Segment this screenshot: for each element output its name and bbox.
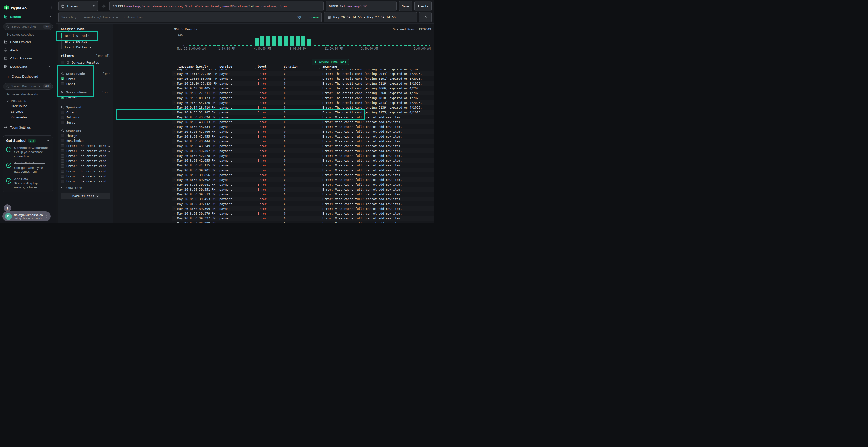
row-expand-chevron-icon[interactable]: 〉	[172, 106, 177, 109]
row-expand-chevron-icon[interactable]: 〉	[172, 197, 177, 201]
chevron-up-icon[interactable]	[49, 15, 52, 18]
event-search-input[interactable]: Search your events w/ Lucene ex. column:…	[58, 12, 322, 23]
checkbox-unchecked[interactable]	[61, 111, 64, 114]
sidebar-item-alerts[interactable]: Alerts	[0, 46, 56, 54]
row-expand-chevron-icon[interactable]: 〉	[172, 120, 177, 124]
checkbox-unchecked[interactable]	[61, 165, 64, 168]
table-row[interactable]: 〉May 26 8:50:42.878 PMpaymentError0Error…	[172, 153, 434, 158]
checkbox-unchecked[interactable]	[61, 160, 64, 163]
table-row[interactable]: 〉May 26 8:50:39.551 PMpaymentError0Error…	[172, 187, 434, 192]
sidebar-item-search[interactable]: Search	[0, 12, 56, 21]
column-header-duration[interactable]: duration	[284, 65, 322, 68]
saved-searches-input[interactable]: Saved Searches ⌘K	[3, 23, 53, 30]
row-expand-chevron-icon[interactable]: 〉	[172, 82, 177, 85]
column-header-timestamp-local-[interactable]: Timestamp (Local)	[177, 65, 219, 68]
checkbox-checked[interactable]	[61, 77, 64, 80]
histogram-bar[interactable]	[284, 36, 288, 45]
table-row[interactable]: 〉May 26 10:20:51.755 PMpaymentError0Erro…	[172, 69, 434, 71]
filter-option[interactable]: Error: The credit card …	[61, 143, 110, 148]
histogram-bar[interactable]	[296, 36, 300, 45]
filter-option[interactable]: Error: The credit card …	[61, 174, 110, 179]
table-row[interactable]: 〉May 26 9:03:31.187 PMpaymentError0Error…	[172, 110, 434, 115]
filter-option[interactable]: Unset	[61, 81, 110, 87]
checkbox-unchecked[interactable]	[61, 144, 64, 147]
row-expand-chevron-icon[interactable]: 〉	[172, 110, 177, 114]
order-by-input[interactable]: ORDER BY Timestamp DESC	[326, 1, 397, 11]
filter-option[interactable]: dns.lookup	[61, 138, 110, 143]
get-started-item[interactable]: Create Data SourcesConfigure where your …	[6, 162, 50, 174]
filter-option[interactable]: Error: The credit card …	[61, 153, 110, 159]
checkbox-unchecked[interactable]	[61, 121, 64, 124]
clear-all-link[interactable]: Clear all	[94, 54, 110, 58]
row-expand-chevron-icon[interactable]: 〉	[172, 144, 177, 148]
table-row[interactable]: 〉May 26 9:48:38.405 PMpaymentError0Error…	[172, 86, 434, 91]
table-row[interactable]: 〉May 26 8:50:39.513 PMpaymentError0Error…	[172, 192, 434, 197]
checkbox-unchecked[interactable]	[61, 61, 64, 64]
mode-lucene-toggle[interactable]: Lucene	[308, 15, 318, 19]
column-drag-handle-icon[interactable]	[319, 66, 321, 69]
table-row[interactable]: 〉May 26 8:50:39.901 PMpaymentError0Error…	[172, 168, 434, 172]
table-row[interactable]: 〉May 26 8:50:39.692 PMpaymentError0Error…	[172, 177, 434, 182]
column-header-spanname[interactable]: SpanName	[322, 65, 434, 68]
row-expand-chevron-icon[interactable]: 〉	[172, 193, 177, 196]
filter-option[interactable]: Server	[61, 120, 110, 125]
row-expand-chevron-icon[interactable]: 〉	[172, 91, 177, 95]
table-row[interactable]: 〉May 26 8:50:39.453 PMpaymentError0Error…	[172, 197, 434, 201]
checkbox-checked[interactable]	[61, 96, 64, 99]
table-row[interactable]: 〉May 26 8:50:39.399 PMpaymentError0Error…	[172, 206, 434, 211]
table-row[interactable]: 〉May 26 8:50:43.307 PMpaymentError0Error…	[172, 148, 434, 153]
histogram-plot[interactable]: May 26 9:00:00 AM1:00:00 PM4:30:00 PM8:0…	[186, 34, 431, 46]
row-expand-chevron-icon[interactable]: 〉	[172, 130, 177, 133]
column-drag-handle-icon[interactable]	[254, 66, 256, 69]
create-dashboard-button[interactable]: + Create Dashboard	[0, 72, 56, 81]
histogram-bar[interactable]	[260, 36, 265, 45]
row-expand-chevron-icon[interactable]: 〉	[172, 139, 177, 143]
table-row[interactable]: 〉May 26 8:50:41.115 PMpaymentError0Error…	[172, 163, 434, 168]
histogram-bar[interactable]	[290, 36, 294, 45]
filter-option[interactable]: Error: The credit card …	[61, 148, 110, 153]
chevron-up-icon[interactable]	[49, 65, 52, 68]
preset-link-clickhouse[interactable]: ClickHouse	[0, 103, 56, 109]
preset-link-kubernetes[interactable]: Kubernetes	[0, 114, 56, 120]
row-expand-chevron-icon[interactable]: 〉	[172, 173, 177, 177]
row-expand-chevron-icon[interactable]: 〉	[172, 212, 177, 215]
table-row[interactable]: 〉May 26 8:50:43.613 PMpaymentError0Error…	[172, 119, 434, 124]
table-row[interactable]: 〉May 26 9:33:09.173 PMpaymentError0Error…	[172, 95, 434, 100]
sidebar-item-chart-explorer[interactable]: Chart Explorer	[0, 38, 56, 46]
filter-option[interactable]: Error: The credit card …	[61, 169, 110, 174]
histogram-bar[interactable]	[307, 39, 311, 45]
column-header-level[interactable]: level	[257, 65, 284, 68]
table-row[interactable]: 〉May 26 8:50:42.655 PMpaymentError0Error…	[172, 158, 434, 163]
help-button[interactable]: ?	[4, 204, 11, 212]
table-row[interactable]: 〉May 26 8:50:43.349 PMpaymentError0Error…	[172, 143, 434, 148]
table-row[interactable]: 〉May 26 8:50:39.298 PMpaymentError0Error…	[172, 220, 434, 224]
table-row[interactable]: 〉May 26 8:50:39.337 PMpaymentError0Error…	[172, 216, 434, 220]
denoise-results-checkbox-row[interactable]: Denoise Results	[61, 60, 110, 65]
checkbox-unchecked[interactable]	[61, 134, 64, 137]
histogram-bar[interactable]	[272, 36, 276, 45]
row-expand-chevron-icon[interactable]: 〉	[172, 101, 177, 105]
checkbox-unchecked[interactable]	[61, 82, 64, 85]
row-expand-chevron-icon[interactable]: 〉	[172, 207, 177, 210]
row-expand-chevron-icon[interactable]: 〉	[172, 202, 177, 206]
checkbox-unchecked[interactable]	[61, 170, 64, 173]
alerts-button[interactable]: Alerts	[414, 1, 432, 11]
sql-select-input[interactable]: SELECT Timestamp, ServiceName as service…	[110, 1, 323, 11]
table-row[interactable]: 〉May 26 8:50:43.534 PMpaymentError0Error…	[172, 124, 434, 129]
table-row[interactable]: 〉May 26 10:14:36.963 PMpaymentError0Erro…	[172, 76, 434, 81]
table-row[interactable]: 〉May 26 8:50:43.624 PMpaymentError0Error…	[172, 115, 434, 119]
filter-option[interactable]: Error: The credit card …	[61, 164, 110, 169]
histogram-bar[interactable]	[301, 36, 306, 45]
row-expand-chevron-icon[interactable]: 〉	[172, 187, 177, 191]
row-expand-chevron-icon[interactable]: 〉	[172, 87, 177, 90]
source-select[interactable]: Traces	[58, 1, 98, 11]
sidebar-collapse-icon[interactable]	[48, 5, 52, 10]
row-expand-chevron-icon[interactable]: 〉	[172, 69, 177, 71]
sidebar-item-client-sessions[interactable]: Client Sessions	[0, 54, 56, 62]
table-row[interactable]: 〉May 26 9:36:27.311 PMpaymentError0Error…	[172, 91, 434, 95]
row-expand-chevron-icon[interactable]: 〉	[172, 164, 177, 167]
column-header-service[interactable]: service	[219, 65, 257, 68]
analysis-mode-event-deltas[interactable]: Event Deltas	[62, 38, 110, 44]
checkbox-unchecked[interactable]	[61, 116, 64, 119]
row-expand-chevron-icon[interactable]: 〉	[172, 135, 177, 138]
